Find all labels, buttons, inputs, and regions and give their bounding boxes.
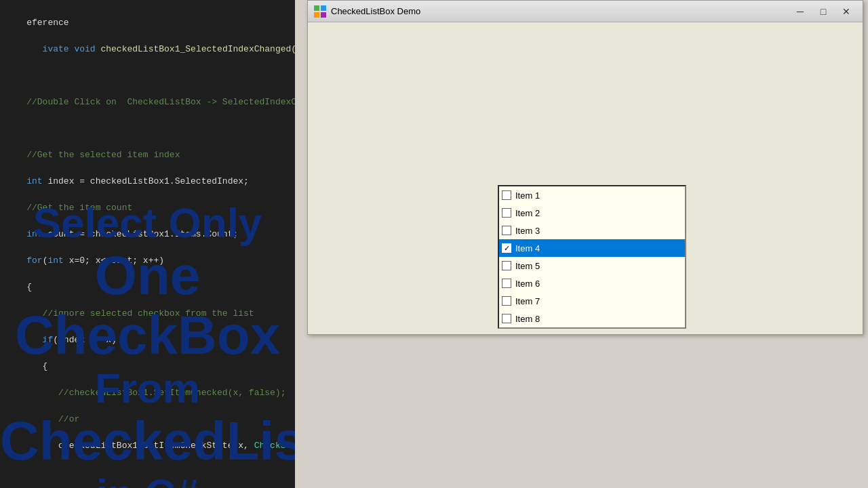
demo-window: CheckedListBox Demo ─ □ ✕ Item 1 Item 2: [307, 0, 863, 335]
svg-rect-1: [321, 5, 326, 11]
code-comment-2: //Get the selected item index: [26, 150, 180, 160]
svg-rect-2: [314, 12, 319, 18]
checkbox-item4[interactable]: [502, 243, 511, 253]
checked-listbox[interactable]: Item 1 Item 2 Item 3 Item 4 Item 5: [498, 185, 686, 329]
item-label-2: Item 2: [515, 208, 540, 218]
minimize-button[interactable]: ─: [789, 3, 811, 20]
item-label-1: Item 1: [515, 190, 540, 201]
code-editor-panel: eference ivate void checkedListBox1_Sele…: [0, 0, 295, 488]
list-item[interactable]: Item 2: [499, 204, 685, 222]
code-comment-5: //checkedListBox1.SetItemChecked(x, fals…: [26, 388, 285, 398]
list-item[interactable]: Item 1: [499, 186, 685, 204]
list-item[interactable]: Item 8: [499, 310, 685, 327]
window-titlebar: CheckedListBox Demo ─ □ ✕: [308, 1, 863, 22]
code-comment-4: //ignore selected checkbox from the list: [26, 308, 254, 319]
item-label-7: Item 7: [515, 296, 540, 306]
item-label-3: Item 3: [515, 226, 540, 236]
code-content: eference ivate void checkedListBox1_Sele…: [0, 0, 295, 488]
code-comment-3: //Get the item count: [26, 203, 132, 213]
maximize-button[interactable]: □: [812, 3, 834, 20]
checkbox-item7[interactable]: [502, 296, 511, 306]
code-line-1: eference: [26, 18, 68, 28]
code-comment-1: //Double Click on CheckedListBox -> Sele…: [26, 97, 295, 107]
list-item[interactable]: Item 7: [499, 292, 685, 310]
checkbox-item2[interactable]: [502, 208, 511, 218]
list-item[interactable]: Item 6: [499, 274, 685, 292]
close-button[interactable]: ✕: [835, 3, 857, 20]
code-line-2a: ivate: [26, 44, 74, 54]
window-content: Item 1 Item 2 Item 3 Item 4 Item 5: [308, 22, 863, 334]
svg-rect-3: [321, 12, 326, 18]
checkbox-item5[interactable]: [502, 261, 511, 270]
checkbox-item1[interactable]: [502, 190, 511, 200]
window-controls: ─ □ ✕: [789, 3, 857, 20]
item-label-4: Item 4: [515, 243, 540, 253]
checkbox-item6[interactable]: [502, 279, 511, 288]
list-item[interactable]: Item 3: [499, 222, 685, 239]
right-panel: CheckedListBox Demo ─ □ ✕ Item 1 Item 2: [295, 0, 868, 488]
item-label-8: Item 8: [515, 314, 540, 324]
checkbox-item8[interactable]: [502, 314, 511, 323]
list-item[interactable]: Item 5: [499, 257, 685, 274]
list-item-selected[interactable]: Item 4: [499, 239, 685, 257]
item-label-5: Item 5: [515, 261, 540, 271]
code-comment-6: //or: [26, 414, 79, 424]
window-icon: [313, 5, 327, 18]
checkbox-item3[interactable]: [502, 226, 511, 235]
svg-rect-0: [314, 5, 319, 11]
window-title: CheckedListBox Demo: [331, 6, 789, 16]
item-label-6: Item 6: [515, 279, 540, 289]
